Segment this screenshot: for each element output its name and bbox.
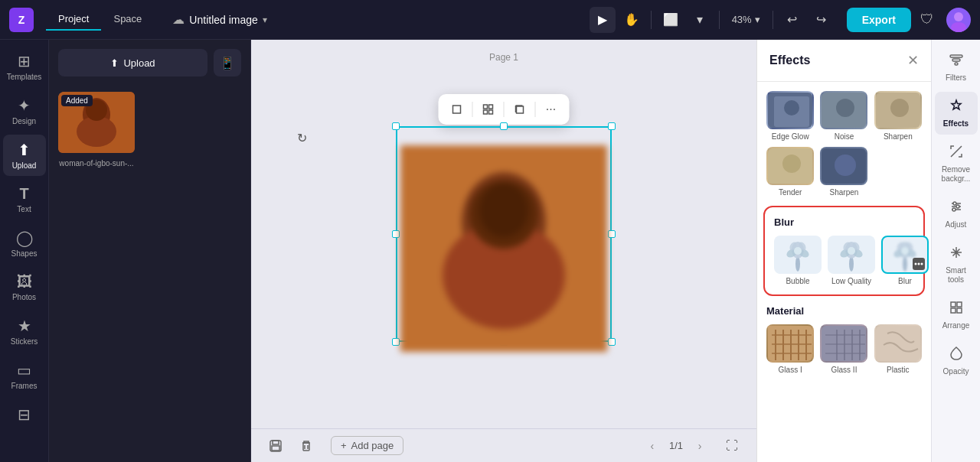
- canvas-content[interactable]: ··· ↻: [251, 40, 756, 428]
- sidebar-item-templates[interactable]: ⊞ Templates: [3, 46, 46, 87]
- redo-button[interactable]: ↪: [808, 7, 835, 33]
- effect-item-bubble[interactable]: Bubble: [774, 236, 822, 285]
- sidebar-item-label-arrange: Arrange: [942, 321, 970, 330]
- svg-rect-11: [517, 106, 524, 113]
- fullscreen-button[interactable]: ⛶: [720, 434, 744, 458]
- sidebar-item-stickers[interactable]: ★ Stickers: [3, 311, 46, 352]
- sidebar-item-label-templates: Templates: [7, 73, 42, 81]
- add-page-button[interactable]: + Add page: [331, 436, 403, 455]
- user-avatar[interactable]: [946, 8, 971, 32]
- more-button[interactable]: ···: [539, 97, 564, 122]
- document-title[interactable]: Untitled image: [189, 14, 258, 26]
- effect-thumb-blur: [881, 236, 929, 274]
- shapes-icon: ◯: [16, 229, 33, 247]
- hand-tool-button[interactable]: ✋: [619, 7, 645, 33]
- handle-bottom-left[interactable]: [392, 338, 400, 346]
- adjust-icon: [949, 199, 964, 218]
- effect-item-glass2[interactable]: Glass II: [820, 324, 867, 374]
- remove-bg-icon: [949, 144, 964, 163]
- sidebar-item-arrange[interactable]: Arrange: [935, 294, 978, 337]
- material-effects-grid: Glass I Glass II Plastic: [766, 324, 922, 374]
- effect-item-blur[interactable]: Blur: [881, 236, 929, 285]
- undo-button[interactable]: ↩: [779, 7, 805, 33]
- effect-thumb-low-quality: [828, 236, 875, 274]
- effect-label-plastic: Plastic: [887, 366, 909, 374]
- effect-label-tender: Tender: [779, 188, 802, 197]
- sidebar-item-design[interactable]: ✦ Design: [3, 90, 46, 132]
- duplicate-button[interactable]: [508, 97, 532, 122]
- handle-top-right[interactable]: [608, 122, 616, 130]
- effect-item-edge-glow[interactable]: Edge Glow: [766, 91, 814, 141]
- svg-rect-19: [272, 446, 279, 451]
- handle-mid-right[interactable]: [608, 230, 616, 238]
- effect-item-low-quality[interactable]: Low Quality: [828, 236, 875, 285]
- next-page-button[interactable]: ›: [689, 435, 710, 457]
- tab-project[interactable]: Project: [46, 8, 101, 31]
- effect-item-sharpen2[interactable]: Sharpen: [820, 147, 867, 197]
- crop-button[interactable]: [445, 97, 469, 122]
- device-icon: 📱: [220, 56, 235, 70]
- sidebar-item-text[interactable]: T Text: [3, 179, 46, 220]
- effect-item-tender[interactable]: Tender: [766, 147, 814, 197]
- export-button[interactable]: Export: [847, 8, 911, 32]
- app-logo[interactable]: Z: [9, 8, 34, 32]
- sidebar-item-remove-bg[interactable]: Remove backgr...: [935, 138, 978, 190]
- right-sidebar: Filters Effects Remove backgr... Adjust …: [931, 40, 980, 462]
- image-container[interactable]: ··· ↻: [400, 131, 607, 337]
- grid-button[interactable]: [476, 97, 501, 122]
- select-tool-button[interactable]: ▶: [590, 7, 616, 33]
- toolbar-divider: [472, 102, 473, 117]
- canvas-image[interactable]: [400, 145, 607, 352]
- effect-item-sharpen[interactable]: Sharpen: [874, 91, 922, 141]
- effects-icon: [949, 98, 964, 117]
- svg-rect-9: [484, 110, 488, 114]
- prev-page-button[interactable]: ‹: [642, 435, 663, 457]
- sidebar-item-grid[interactable]: ⊟: [3, 399, 46, 430]
- panel-header: ⬆ Upload 📱: [49, 40, 250, 86]
- save-page-button[interactable]: [263, 434, 288, 458]
- sidebar-item-label-filters: Filters: [946, 73, 966, 83]
- sidebar-item-filters[interactable]: Filters: [935, 46, 978, 89]
- handle-top-left[interactable]: [392, 122, 400, 130]
- effect-label-noise: Noise: [835, 132, 854, 141]
- title-dropdown-icon[interactable]: ▾: [263, 15, 267, 25]
- effect-item-noise[interactable]: Noise: [820, 91, 867, 141]
- image-filename: woman-of-igbo-sun-...: [58, 159, 135, 168]
- blur-section-title: Blur: [774, 216, 914, 228]
- sidebar-item-upload[interactable]: ⬆ Upload: [3, 135, 46, 176]
- handle-bottom-right[interactable]: [608, 338, 616, 346]
- sidebar-item-opacity[interactable]: Opacity: [935, 340, 978, 382]
- list-item[interactable]: Added woman-of-igbo-sun-...: [58, 92, 241, 168]
- effects-close-button[interactable]: ✕: [907, 52, 919, 69]
- sidebar-item-adjust[interactable]: Adjust: [935, 193, 978, 236]
- effect-item-plastic[interactable]: Plastic: [874, 324, 922, 374]
- blur-settings-icon: [913, 258, 925, 270]
- upload-button-icon: ⬆: [110, 57, 119, 69]
- sidebar-item-shapes[interactable]: ◯ Shapes: [3, 223, 46, 264]
- sidebar-item-smart-tools[interactable]: Smart tools: [935, 239, 978, 291]
- zoom-level-button[interactable]: 43% ▾: [726, 11, 766, 28]
- handle-top-mid[interactable]: [500, 122, 508, 130]
- left-sidebar: ⊞ Templates ✦ Design ⬆ Upload T Text ◯ S…: [0, 40, 49, 462]
- sidebar-item-photos[interactable]: 🖼 Photos: [3, 267, 46, 307]
- frame-dropdown-button[interactable]: ▾: [687, 7, 713, 33]
- sidebar-item-label-photos: Photos: [12, 293, 36, 301]
- effects-top-section: Edge Glow Noise Sharpen: [757, 82, 931, 206]
- frame-tool-button[interactable]: ⬜: [658, 7, 684, 33]
- delete-page-button[interactable]: [294, 434, 318, 458]
- svg-point-31: [782, 155, 801, 173]
- handle-mid-left[interactable]: [392, 230, 400, 238]
- device-button[interactable]: 📱: [214, 49, 241, 76]
- effect-thumb-noise: [820, 91, 867, 129]
- toolbar-divider-3: [773, 11, 773, 29]
- upload-button[interactable]: ⬆ Upload: [58, 49, 207, 76]
- sidebar-item-frames[interactable]: ▭ Frames: [3, 355, 46, 396]
- svg-rect-20: [303, 443, 309, 451]
- rotate-handle[interactable]: ↻: [297, 131, 504, 145]
- tab-space[interactable]: Space: [101, 8, 154, 31]
- effect-label-blur: Blur: [898, 277, 912, 285]
- effect-thumb-plastic: [874, 324, 922, 363]
- effect-item-glass1[interactable]: Glass I: [766, 324, 814, 374]
- topbar: Z Project Space ☁ Untitled image ▾ ▶ ✋ ⬜…: [0, 0, 980, 40]
- sidebar-item-effects[interactable]: Effects: [935, 92, 978, 135]
